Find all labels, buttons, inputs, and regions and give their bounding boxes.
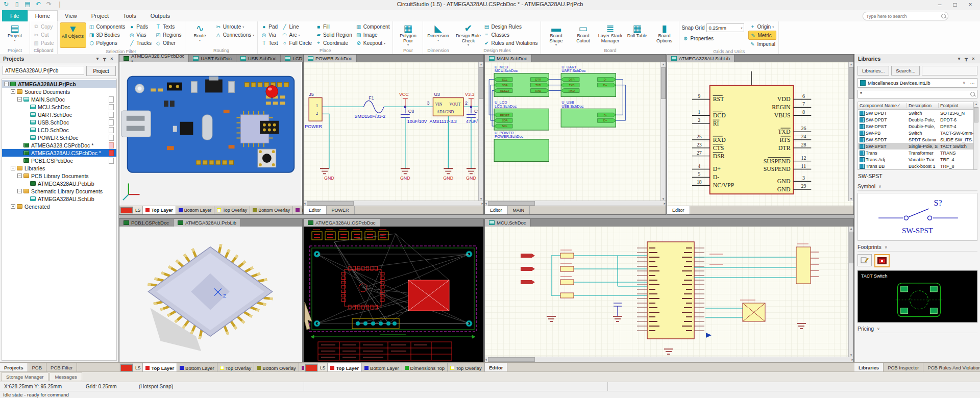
pcb-3d-canvas[interactable]	[119, 62, 302, 206]
footprints-section-header[interactable]: Footprints∨	[857, 242, 977, 252]
tree-expander-icon[interactable]: −	[11, 166, 15, 170]
component-row-sw-pb[interactable]: SW-PBSwitchTACT-SW-6mm-4.3	[858, 130, 973, 136]
pricing-section-header[interactable]: Pricing∨	[857, 324, 977, 333]
tree-expander-icon[interactable]: −	[11, 89, 15, 94]
ribbon-drill-table-button[interactable]: ▦Drill Table	[624, 22, 650, 47]
pin-icon[interactable]: ┳	[963, 56, 970, 61]
horizontal-splitter[interactable]	[119, 215, 854, 218]
ribbon-tab-file[interactable]: File	[2, 10, 28, 21]
project-button[interactable]: Project	[86, 66, 116, 76]
bottom-tab-messages[interactable]: Messages	[50, 372, 82, 381]
ribbon-vias-button[interactable]: ◎Vias	[128, 31, 153, 39]
panel-menu-icon[interactable]: ▾	[94, 56, 101, 61]
bottom-tab-pcb[interactable]: PCB	[28, 363, 47, 372]
ribbon-texts-button[interactable]: TTexts	[154, 22, 183, 31]
mcu-schematic-view[interactable]: ▴▾ ◂▸	[485, 227, 853, 362]
ribbon-board-cutout-button[interactable]: ▭Board Cutout	[570, 22, 596, 47]
ribbon-layer-stack-manager-button[interactable]: ≣Layer Stack Manager	[597, 22, 623, 47]
project-name-field[interactable]	[3, 66, 84, 75]
ribbon-component-button[interactable]: ▥Component	[355, 22, 391, 31]
ribbon-arc-button[interactable]: ◠Arc▾	[281, 31, 313, 39]
ribbon-components-button[interactable]: ◫Components	[88, 22, 127, 31]
minimize-button[interactable]: –	[932, 0, 947, 9]
ribbon-classes-button[interactable]: ≡Classes	[482, 31, 538, 39]
panel2-horizontal-scrollbar[interactable]: ◂▸	[304, 201, 483, 206]
table-header-description[interactable]: Description	[907, 103, 939, 108]
ribbon-pad-button[interactable]: ●Pad	[260, 22, 279, 31]
ribbon-connections-button[interactable]: △Connections▾	[214, 31, 256, 39]
pcb-3d-view[interactable]	[119, 62, 302, 206]
bottom-tab-storage-manager[interactable]: Storage Manager	[1, 372, 48, 381]
sheet-symbol-u-usb[interactable]	[561, 109, 616, 127]
pin-icon[interactable]: ┳	[101, 56, 108, 61]
component-row-trans[interactable]: TransTransformerTRANS	[858, 150, 973, 156]
layer-set-swatch[interactable]	[305, 364, 317, 371]
panel2-vertical-scrollbar[interactable]: ▴▾	[478, 62, 483, 201]
tree-item-generated[interactable]: +Generated	[2, 203, 116, 210]
ribbon-other-button[interactable]: ◇Other	[154, 39, 183, 47]
tree-expander-icon[interactable]: +	[11, 204, 15, 209]
ribbon-board-shape-button[interactable]: ▬Board Shape▾	[543, 22, 569, 47]
component-row-sw-spst[interactable]: SW-SPSTSingle-Pole, STACT Switch	[858, 143, 973, 150]
doc-tab-usb-schdoc[interactable]: USB.SchDoc	[236, 55, 281, 62]
tree-item-atmega328-cspcbdoc[interactable]: ATMEGA328.CSPcbDoc *	[2, 141, 116, 149]
doc-tab-power-schdoc[interactable]: POWER.SchDoc	[304, 55, 357, 62]
library-select-dropdown[interactable]: Miscellaneous Devices.IntLib ∨ ⋯	[857, 78, 977, 88]
bottom-tab-pcb-filter[interactable]: PCB Filter	[46, 363, 77, 372]
table-header-footprint[interactable]: Footprint	[939, 103, 973, 108]
bottom-tab-pcb-rules-and-violations[interactable]: PCB Rules And Violations	[923, 363, 980, 372]
main-schematic-view[interactable]: U_MCUMCU.SchDocSCLSDARESETDTRTXDRXDU_UAR…	[485, 62, 666, 206]
close-panel-icon[interactable]: ×	[970, 56, 977, 61]
search-button[interactable]: Search...	[891, 66, 920, 76]
ribbon-properties-button[interactable]: ⚙Properties	[681, 34, 744, 42]
ribbon-pads-button[interactable]: ●Pads	[128, 22, 153, 31]
ribbon-polygon-pour-button[interactable]: ▦Polygon Pour▾	[395, 22, 421, 47]
tree-item-power-schdoc[interactable]: POWER.SchDoc	[2, 134, 116, 141]
bottom-tab-projects[interactable]: Projects	[0, 363, 28, 372]
pcb-2d-canvas[interactable]	[304, 227, 483, 362]
layer-tab-top-overlay[interactable]: Top Overlay	[214, 206, 250, 214]
ribbon-tab-project[interactable]: Project	[84, 10, 116, 21]
ribbon-line-button[interactable]: ╱Line	[281, 22, 313, 31]
doc-tab-pcb1-cspcbdoc[interactable]: PCB1.CSPcbDoc	[119, 219, 174, 227]
ribbon-text-button[interactable]: TText	[260, 39, 279, 47]
layer-set-swatch[interactable]	[120, 207, 133, 213]
doc-tab-atmega328au-cspcbdoc[interactable]: ATMEGA328AU.CSPcbDoc	[304, 219, 380, 227]
maximize-button[interactable]: □	[947, 0, 963, 9]
ribbon-project-button[interactable]: ▤Project▾	[2, 22, 28, 47]
panel3-vertical-scrollbar[interactable]: ▴▾	[660, 62, 666, 201]
schlib-symbol-view[interactable]: 9RST1DCD2RI25RXD23CTS27DSR4D+5D-18NC/VPP…	[667, 62, 853, 206]
panel4-vertical-scrollbar[interactable]: ▴▾	[848, 62, 853, 201]
component-row-trans-bb[interactable]: Trans BBBuck-boost 1TRF_8	[858, 163, 973, 169]
layer-tab-bottom-overlay[interactable]: Bottom Overlay	[250, 206, 293, 214]
symbol-section-header[interactable]: Symbol∨	[857, 181, 977, 191]
ribbon-design-rules-button[interactable]: ▤Design Rules	[482, 22, 538, 31]
ribbon-imperial-button[interactable]: ✎Imperial	[748, 40, 776, 48]
tree-expander-icon[interactable]: −	[4, 82, 9, 86]
close-button[interactable]: ×	[963, 0, 978, 9]
ribbon-fill-button[interactable]: ■Fill	[314, 22, 353, 31]
tree-expander-icon[interactable]: −	[17, 189, 22, 193]
component-row-sw-dpdt[interactable]: SW DPDTSwitchSOT23-6_N	[858, 110, 973, 116]
component-table-scrollbar[interactable]: ▴	[973, 102, 978, 169]
tree-item-atmega328au-cspcbdoc[interactable]: ATMEGA328AU.CSPcbDoc *	[2, 149, 116, 157]
ribbon-unroute-button[interactable]: ✂Unroute▾	[214, 22, 256, 31]
ribbon-dimension-button[interactable]: ◣Dimension▾	[425, 22, 451, 47]
libraries-button[interactable]: Libraries...	[857, 66, 889, 76]
tree-item-main-schdoc[interactable]: −MAIN.SchDoc	[2, 95, 116, 103]
ribbon-polygons-button[interactable]: ⬡Polygons	[88, 39, 127, 47]
sheet-symbol-u-power[interactable]	[494, 139, 549, 162]
power-schematic-canvas[interactable]: J5 POWER 1 2 F1 SMD150F/33-2 VCC C8 10uF…	[304, 62, 483, 206]
panel-menu-icon[interactable]: ▾	[955, 56, 963, 61]
ribbon-keepout-button[interactable]: ⊘Keepout▾	[355, 39, 391, 47]
sheet-port-d[interactable]	[598, 113, 616, 117]
ribbon-metric-button[interactable]: ✎Metric	[748, 31, 776, 40]
tree-item-libraries[interactable]: −Libraries	[2, 164, 116, 172]
component-row-sw-dpst[interactable]: SW-DPSTDouble-Pole,DPST-4	[858, 123, 973, 130]
layer-set-swatch[interactable]	[120, 364, 133, 371]
tree-item-uart-schdoc[interactable]: UART.SchDoc	[2, 111, 116, 118]
ribbon-origin-button[interactable]: +Origin▾	[748, 22, 776, 31]
power-schematic-view[interactable]: J5 POWER 1 2 F1 SMD150F/33-2 VCC C8 10uF…	[304, 62, 483, 206]
global-search-box[interactable]	[863, 12, 948, 20]
ribbon-via-button[interactable]: ◎Via	[260, 31, 279, 39]
